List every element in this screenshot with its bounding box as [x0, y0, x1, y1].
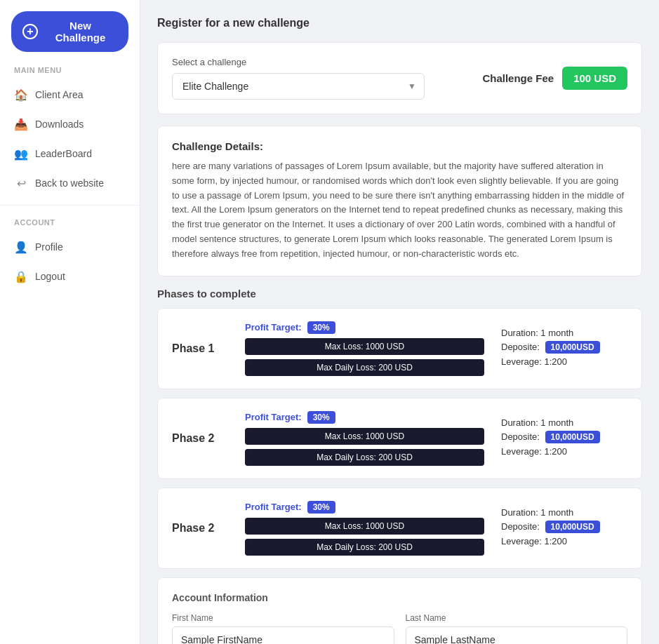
phase-3-deposit: Deposite: 10,000USD	[501, 521, 627, 533]
account-info-card: Account Information First Name Last Name…	[157, 577, 642, 644]
new-challenge-button[interactable]: + New Challenge	[11, 11, 128, 52]
challenge-select[interactable]: Elite Challenge Standard Challenge Pro C…	[172, 73, 425, 100]
sidebar-item-leaderboard-label: LeaderBoard	[35, 148, 92, 159]
sidebar-divider	[0, 205, 140, 206]
phase-1-leverage: Leverage: 1:200	[501, 356, 627, 367]
phase-1-duration: Duration: 1 month	[501, 328, 627, 338]
phase-1-middle: Profit Target: 30% Max Loss: 1000 USD Ma…	[245, 321, 484, 376]
phase-3-middle: Profit Target: 30% Max Loss: 1000 USD Ma…	[245, 501, 484, 556]
phase-1-name: Phase 1	[172, 342, 228, 355]
phase-1-right: Duration: 1 month Deposite: 10,000USD Le…	[501, 328, 627, 370]
phase-2-profit-row: Profit Target: 30%	[245, 411, 484, 424]
main-menu-label: MAIN MENU	[0, 66, 140, 80]
select-wrapper-inner: Elite Challenge Standard Challenge Pro C…	[172, 73, 425, 100]
sidebar-item-profile-label: Profile	[35, 241, 63, 253]
sidebar-item-client-area-label: Client Area	[35, 89, 83, 100]
sidebar-item-downloads[interactable]: 📥 Downloads	[0, 109, 140, 139]
first-name-input[interactable]	[172, 626, 394, 644]
challenge-fee-wrapper: Challenge Fee 100 USD	[482, 67, 627, 90]
phase-card-3: Phase 2 Profit Target: 30% Max Loss: 100…	[157, 488, 642, 569]
select-challenge-label: Select a challenge	[172, 57, 425, 67]
sidebar-item-logout[interactable]: 🔒 Logout	[0, 262, 140, 291]
sidebar-item-back-label: Back to website	[35, 177, 104, 189]
phase-3-max-daily-loss: Max Daily Loss: 200 USD	[245, 539, 484, 556]
main-content: Register for a new challenge Select a ch…	[140, 0, 659, 644]
phase-3-profit-label: Profit Target:	[245, 502, 302, 512]
first-name-group: First Name	[172, 613, 394, 644]
phase-2-deposit-badge: 10,000USD	[545, 431, 600, 443]
phase-1-deposit: Deposite: 10,000USD	[501, 341, 627, 354]
sidebar-item-client-area[interactable]: 🏠 Client Area	[0, 80, 140, 109]
first-name-label: First Name	[172, 613, 394, 623]
sidebar-item-profile[interactable]: 👤 Profile	[0, 232, 140, 262]
account-name-row: First Name Last Name	[172, 613, 627, 644]
phase-1-profit-label: Profit Target:	[245, 322, 302, 333]
sidebar-item-leaderboard[interactable]: 👥 LeaderBoard	[0, 139, 140, 168]
phase-card-1: Phase 1 Profit Target: 30% Max Loss: 100…	[157, 308, 642, 389]
phase-2-name: Phase 2	[172, 432, 228, 445]
phase-2-right: Duration: 1 month Deposite: 10,000USD Le…	[501, 417, 627, 459]
phase-1-profit-badge: 30%	[307, 321, 335, 334]
phases-section: Phases to complete Phase 1 Profit Target…	[157, 288, 642, 569]
sidebar: + New Challenge MAIN MENU 🏠 Client Area …	[0, 0, 140, 644]
leaderboard-icon: 👥	[14, 147, 28, 161]
phase-2-max-loss: Max Loss: 1000 USD	[245, 428, 484, 445]
phase-2-leverage: Leverage: 1:200	[501, 446, 627, 457]
challenge-select-wrapper: Select a challenge Elite Challenge Stand…	[172, 57, 425, 100]
last-name-label: Last Name	[406, 613, 628, 623]
phase-1-deposit-badge: 10,000USD	[545, 341, 600, 354]
back-icon: ↩	[14, 176, 28, 190]
plus-circle-icon: +	[22, 24, 38, 39]
phase-2-max-daily-loss: Max Daily Loss: 200 USD	[245, 449, 484, 466]
challenge-fee-value: 100 USD	[562, 67, 627, 90]
phase-1-max-daily-loss: Max Daily Loss: 200 USD	[245, 359, 484, 376]
phases-title: Phases to complete	[157, 288, 642, 300]
challenge-selector-card: Select a challenge Elite Challenge Stand…	[157, 42, 642, 114]
phase-1-profit-row: Profit Target: 30%	[245, 321, 484, 334]
phase-3-max-loss: Max Loss: 1000 USD	[245, 518, 484, 535]
phase-3-duration: Duration: 1 month	[501, 507, 627, 518]
phase-3-right: Duration: 1 month Deposite: 10,000USD Le…	[501, 507, 627, 549]
phase-2-middle: Profit Target: 30% Max Loss: 1000 USD Ma…	[245, 411, 484, 466]
home-icon: 🏠	[14, 88, 28, 102]
phase-card-2: Phase 2 Profit Target: 30% Max Loss: 100…	[157, 398, 642, 479]
phase-3-deposit-badge: 10,000USD	[545, 521, 600, 533]
sidebar-item-downloads-label: Downloads	[35, 119, 84, 130]
challenge-selector-row: Select a challenge Elite Challenge Stand…	[172, 57, 627, 100]
last-name-group: Last Name	[406, 613, 628, 644]
phase-2-deposit: Deposite: 10,000USD	[501, 431, 627, 443]
challenge-fee-label: Challenge Fee	[482, 72, 554, 84]
phase-3-name: Phase 2	[172, 522, 228, 535]
challenge-details-title: Challenge Details:	[172, 140, 627, 152]
last-name-input[interactable]	[406, 626, 628, 644]
account-label: ACCOUNT	[0, 218, 140, 232]
phase-1-max-loss: Max Loss: 1000 USD	[245, 338, 484, 355]
phase-3-leverage: Leverage: 1:200	[501, 536, 627, 546]
phase-2-duration: Duration: 1 month	[501, 417, 627, 428]
lock-icon: 🔒	[14, 269, 28, 283]
download-icon: 📥	[14, 117, 28, 131]
profile-icon: 👤	[14, 240, 28, 254]
account-info-title: Account Information	[172, 592, 627, 603]
sidebar-item-back-to-website[interactable]: ↩ Back to website	[0, 168, 140, 198]
challenge-description: here are many variations of passages of …	[172, 159, 627, 262]
phase-3-profit-badge: 30%	[307, 501, 335, 514]
page-title: Register for a new challenge	[157, 17, 642, 29]
challenge-details-card: Challenge Details: here are many variati…	[157, 126, 642, 276]
sidebar-item-logout-label: Logout	[35, 271, 65, 282]
phase-2-profit-badge: 30%	[307, 411, 335, 424]
phase-3-profit-row: Profit Target: 30%	[245, 501, 484, 514]
new-challenge-label: New Challenge	[44, 20, 117, 43]
phase-2-profit-label: Profit Target:	[245, 412, 302, 422]
